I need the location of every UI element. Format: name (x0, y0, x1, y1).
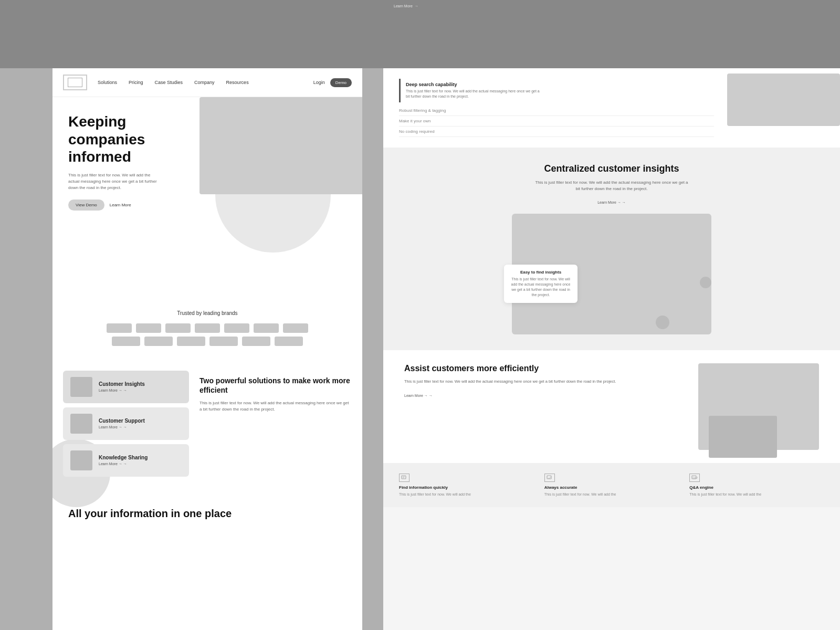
feature-deep-search: Deep search capability This is just fill… (399, 79, 714, 102)
check-icon (544, 474, 555, 482)
brand-logo (112, 337, 140, 346)
svg-rect-0 (402, 476, 406, 479)
nav-actions: Login Demo (313, 78, 352, 87)
nav-solutions[interactable]: Solutions (98, 80, 117, 85)
demo-button[interactable]: Demo (330, 78, 352, 87)
assist-left: Assist customers more efficiently This i… (404, 363, 688, 399)
bottom-feat-qa-title: Q&A engine (689, 485, 824, 490)
brand-logo (224, 323, 249, 333)
svg-text:Q&A: Q&A (693, 476, 698, 479)
page-left-panel: Solutions Pricing Case Studies Company R… (52, 68, 362, 630)
learn-more-text: Learn More (394, 4, 413, 8)
logo[interactable] (63, 75, 87, 90)
nav-resources[interactable]: Resources (226, 80, 249, 85)
brand-logo (209, 337, 238, 346)
solution-name-support: Customer Support (99, 418, 145, 424)
learn-more-link[interactable]: Learn More (110, 203, 131, 207)
assist-learn-more[interactable]: Learn More → (404, 394, 433, 397)
hero-section: Keeping companies informed This is just … (52, 97, 362, 221)
solution-thumb-support (70, 414, 92, 434)
logo-icon (68, 78, 82, 87)
nav-pricing[interactable]: Pricing (129, 80, 143, 85)
bottom-features-section: Find information quickly This is just fi… (383, 463, 840, 508)
solution-thumb-insights (70, 377, 92, 397)
trusted-title: Trusted by leading brands (63, 310, 352, 316)
brand-logo (195, 323, 220, 333)
nav-case-studies[interactable]: Case Studies (155, 80, 183, 85)
nav-company[interactable]: Company (194, 80, 215, 85)
solution-name-insights: Customer Insights (99, 381, 145, 387)
brand-logo (177, 337, 205, 346)
solution-thumb-knowledge (70, 450, 92, 470)
insights-section: Centralized customer insights This is ju… (383, 148, 840, 350)
brand-logo (136, 323, 161, 333)
solution-card-knowledge[interactable]: Knowledge Sharing Learn More → (63, 444, 189, 477)
solutions-section: Customer Insights Learn More → Customer … (52, 360, 362, 491)
brand-logo (283, 323, 308, 333)
insight-dot-3 (656, 316, 669, 329)
feature-make-your-own: Make it your own (399, 116, 714, 127)
feature-deep-search-title: Deep search capability (406, 82, 714, 87)
solution-card-insights[interactable]: Customer Insights Learn More → (63, 371, 189, 403)
insights-desc: This is just filler text for now. We wil… (533, 180, 690, 192)
bottom-feat-accurate: Always accurate This is just filler text… (544, 474, 679, 497)
rp-prev-learn[interactable]: Learn More → (394, 4, 418, 8)
brand-row-1 (63, 323, 352, 333)
solutions-cards: Customer Insights Learn More → Customer … (63, 371, 189, 481)
insight-popup: Easy to find insights This is just fille… (504, 265, 578, 302)
solutions-detail: Two powerful solutions to make work more… (200, 371, 352, 481)
solution-info-support: Customer Support Learn More → (99, 418, 145, 429)
insights-image: Easy to find insights This is just fille… (512, 214, 711, 334)
assist-section: Assist customers more efficiently This i… (383, 350, 840, 463)
solutions-title: Two powerful solutions to make work more… (200, 376, 352, 395)
feature-filtering: Robust filtering & tagging (399, 106, 714, 116)
insights-learn-more[interactable]: Learn More → (597, 201, 626, 204)
login-link[interactable]: Login (313, 80, 325, 85)
solution-link-insights[interactable]: Learn More → (99, 388, 145, 392)
view-demo-button[interactable]: View Demo (68, 200, 104, 211)
hero-title: Keeping companies informed (68, 113, 173, 166)
brand-row-2 (63, 337, 352, 346)
bottom-feat-accurate-desc: This is just filler text for now. We wil… (544, 492, 679, 497)
feature-image (727, 74, 840, 126)
right-panel-top: Learn More → (383, 0, 840, 68)
solutions-description: This is just filler text for now. We wil… (200, 400, 352, 413)
solution-info-knowledge: Knowledge Sharing Learn More → (99, 455, 148, 466)
svg-rect-3 (547, 476, 551, 479)
solution-card-support[interactable]: Customer Support Learn More → (63, 407, 189, 440)
solution-name-knowledge: Knowledge Sharing (99, 455, 148, 460)
hero-buttons: View Demo Learn More (68, 200, 346, 211)
bottom-info-section: All your information in one place (52, 491, 362, 530)
feature-list-section: Deep search capability This is just fill… (383, 68, 840, 148)
solution-info-insights: Customer Insights Learn More → (99, 381, 145, 392)
assist-title: Assist customers more efficiently (404, 363, 688, 373)
bottom-feat-find-desc: This is just filler text for now. We wil… (399, 492, 534, 497)
solution-link-support[interactable]: Learn More → (99, 425, 145, 429)
brand-logo (165, 323, 191, 333)
bottom-feat-qa: Q&A Q&A engine This is just filler text … (689, 474, 824, 497)
insight-dot-2 (700, 277, 711, 288)
search-icon (399, 474, 410, 482)
trusted-brands-section: Trusted by leading brands (52, 289, 362, 360)
bottom-feat-qa-desc: This is just filler text for now. We wil… (689, 492, 824, 497)
bottom-feat-find: Find information quickly This is just fi… (399, 474, 534, 497)
hero-image (200, 97, 362, 194)
nav-links: Solutions Pricing Case Studies Company R… (98, 80, 313, 85)
brand-logo (144, 337, 173, 346)
bottom-feat-accurate-title: Always accurate (544, 485, 679, 490)
feature-no-coding: No coding required (399, 127, 714, 137)
brand-logo (107, 323, 132, 333)
solution-link-knowledge[interactable]: Learn More → (99, 462, 148, 466)
right-panel: Learn More → Deep search capability This… (383, 0, 840, 630)
insights-title: Centralized customer insights (404, 163, 819, 174)
insight-popup-title: Easy to find insights (510, 270, 571, 275)
qa-icon: Q&A (689, 474, 700, 482)
brand-logo (254, 323, 279, 333)
insight-popup-desc: This is just filler text for now. We wil… (510, 277, 571, 297)
brand-logo (242, 337, 270, 346)
brand-logo (275, 337, 303, 346)
hero-description: This is just filler text for now. We wil… (68, 172, 160, 191)
feature-deep-search-desc: This is just filler text for now. We wil… (406, 89, 542, 99)
navigation: Solutions Pricing Case Studies Company R… (52, 68, 362, 97)
assist-image (698, 363, 819, 450)
